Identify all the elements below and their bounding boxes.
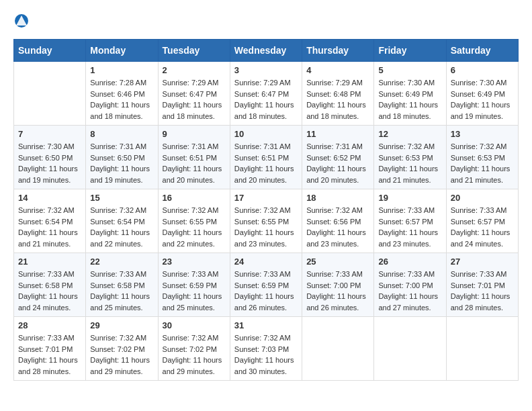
day-number: 10 (234, 129, 298, 139)
day-info: Sunrise: 7:32 AM Sunset: 7:02 PM Dayligh… (90, 332, 153, 377)
day-number: 29 (90, 320, 153, 330)
column-header-friday: Friday (374, 40, 446, 62)
day-number: 14 (18, 193, 81, 203)
day-info: Sunrise: 7:32 AM Sunset: 6:55 PM Dayligh… (234, 205, 298, 249)
day-info: Sunrise: 7:33 AM Sunset: 7:01 PM Dayligh… (18, 332, 81, 377)
calendar-table: SundayMondayTuesdayWednesdayThursdayFrid… (13, 39, 519, 381)
day-info: Sunrise: 7:31 AM Sunset: 6:51 PM Dayligh… (234, 141, 298, 185)
column-header-monday: Monday (86, 40, 158, 62)
column-header-tuesday: Tuesday (158, 40, 230, 62)
day-number: 6 (451, 65, 514, 75)
day-info: Sunrise: 7:32 AM Sunset: 6:53 PM Dayligh… (378, 141, 441, 185)
day-number: 28 (18, 320, 81, 330)
calendar-week-row: 28Sunrise: 7:33 AM Sunset: 7:01 PM Dayli… (14, 317, 519, 381)
calendar-week-row: 7Sunrise: 7:30 AM Sunset: 6:50 PM Daylig… (14, 126, 519, 189)
calendar-week-row: 1Sunrise: 7:28 AM Sunset: 6:46 PM Daylig… (14, 62, 519, 126)
calendar-cell: 6Sunrise: 7:30 AM Sunset: 6:49 PM Daylig… (446, 62, 518, 126)
calendar-cell: 15Sunrise: 7:32 AM Sunset: 6:54 PM Dayli… (86, 189, 158, 253)
calendar-cell (446, 317, 518, 381)
day-number: 24 (234, 257, 298, 267)
calendar-cell: 23Sunrise: 7:33 AM Sunset: 6:59 PM Dayli… (158, 253, 230, 317)
day-number: 15 (90, 193, 153, 203)
day-info: Sunrise: 7:33 AM Sunset: 6:58 PM Dayligh… (90, 269, 153, 313)
day-info: Sunrise: 7:31 AM Sunset: 6:52 PM Dayligh… (306, 141, 369, 185)
column-header-saturday: Saturday (446, 40, 518, 62)
day-info: Sunrise: 7:32 AM Sunset: 6:54 PM Dayligh… (18, 205, 81, 249)
calendar-cell: 28Sunrise: 7:33 AM Sunset: 7:01 PM Dayli… (14, 317, 86, 381)
day-info: Sunrise: 7:33 AM Sunset: 6:59 PM Dayligh… (163, 269, 226, 313)
calendar-cell: 4Sunrise: 7:29 AM Sunset: 6:48 PM Daylig… (302, 62, 374, 126)
day-info: Sunrise: 7:33 AM Sunset: 6:59 PM Dayligh… (234, 269, 298, 313)
day-number: 17 (234, 193, 298, 203)
day-info: Sunrise: 7:30 AM Sunset: 6:49 PM Dayligh… (378, 77, 441, 122)
calendar-cell: 16Sunrise: 7:32 AM Sunset: 6:55 PM Dayli… (158, 189, 230, 253)
calendar-cell: 14Sunrise: 7:32 AM Sunset: 6:54 PM Dayli… (14, 189, 86, 253)
day-number: 5 (378, 65, 441, 75)
day-info: Sunrise: 7:33 AM Sunset: 6:57 PM Dayligh… (378, 205, 441, 249)
day-info: Sunrise: 7:32 AM Sunset: 6:55 PM Dayligh… (163, 205, 226, 249)
calendar-cell: 12Sunrise: 7:32 AM Sunset: 6:53 PM Dayli… (374, 126, 446, 189)
day-info: Sunrise: 7:30 AM Sunset: 6:49 PM Dayligh… (451, 77, 514, 122)
day-info: Sunrise: 7:29 AM Sunset: 6:47 PM Dayligh… (163, 77, 226, 122)
calendar-cell: 22Sunrise: 7:33 AM Sunset: 6:58 PM Dayli… (86, 253, 158, 317)
calendar-cell: 5Sunrise: 7:30 AM Sunset: 6:49 PM Daylig… (374, 62, 446, 126)
day-number: 2 (163, 65, 226, 75)
day-number: 3 (234, 65, 298, 75)
calendar-cell: 8Sunrise: 7:31 AM Sunset: 6:50 PM Daylig… (86, 126, 158, 189)
page-header (13, 13, 519, 28)
column-header-thursday: Thursday (302, 40, 374, 62)
day-number: 16 (163, 193, 226, 203)
column-header-sunday: Sunday (14, 40, 86, 62)
calendar-cell: 9Sunrise: 7:31 AM Sunset: 6:51 PM Daylig… (158, 126, 230, 189)
calendar-cell: 24Sunrise: 7:33 AM Sunset: 6:59 PM Dayli… (230, 253, 302, 317)
calendar-cell: 26Sunrise: 7:33 AM Sunset: 7:00 PM Dayli… (374, 253, 446, 317)
day-info: Sunrise: 7:32 AM Sunset: 6:56 PM Dayligh… (306, 205, 369, 249)
day-number: 13 (451, 129, 514, 139)
day-info: Sunrise: 7:28 AM Sunset: 6:46 PM Dayligh… (90, 77, 153, 122)
day-number: 25 (306, 257, 369, 267)
day-number: 18 (306, 193, 369, 203)
calendar-cell (374, 317, 446, 381)
day-number: 20 (451, 193, 514, 203)
day-number: 26 (378, 257, 441, 267)
day-number: 31 (234, 320, 298, 330)
day-info: Sunrise: 7:32 AM Sunset: 7:02 PM Dayligh… (163, 332, 226, 377)
day-number: 22 (90, 257, 153, 267)
calendar-cell: 10Sunrise: 7:31 AM Sunset: 6:51 PM Dayli… (230, 126, 302, 189)
day-info: Sunrise: 7:30 AM Sunset: 6:50 PM Dayligh… (18, 141, 81, 185)
calendar-cell: 19Sunrise: 7:33 AM Sunset: 6:57 PM Dayli… (374, 189, 446, 253)
day-info: Sunrise: 7:31 AM Sunset: 6:51 PM Dayligh… (163, 141, 226, 185)
calendar-week-row: 21Sunrise: 7:33 AM Sunset: 6:58 PM Dayli… (14, 253, 519, 317)
logo-icon (14, 13, 29, 28)
day-info: Sunrise: 7:32 AM Sunset: 6:53 PM Dayligh… (451, 141, 514, 185)
calendar-cell: 18Sunrise: 7:32 AM Sunset: 6:56 PM Dayli… (302, 189, 374, 253)
column-header-wednesday: Wednesday (230, 40, 302, 62)
calendar-cell: 27Sunrise: 7:33 AM Sunset: 7:01 PM Dayli… (446, 253, 518, 317)
calendar-cell: 13Sunrise: 7:32 AM Sunset: 6:53 PM Dayli… (446, 126, 518, 189)
day-number: 21 (18, 257, 81, 267)
day-info: Sunrise: 7:33 AM Sunset: 6:57 PM Dayligh… (451, 205, 514, 249)
day-number: 19 (378, 193, 441, 203)
day-info: Sunrise: 7:29 AM Sunset: 6:47 PM Dayligh… (234, 77, 298, 122)
calendar-cell: 21Sunrise: 7:33 AM Sunset: 6:58 PM Dayli… (14, 253, 86, 317)
calendar-cell: 1Sunrise: 7:28 AM Sunset: 6:46 PM Daylig… (86, 62, 158, 126)
calendar-cell: 7Sunrise: 7:30 AM Sunset: 6:50 PM Daylig… (14, 126, 86, 189)
calendar-cell: 31Sunrise: 7:32 AM Sunset: 7:03 PM Dayli… (230, 317, 302, 381)
day-number: 4 (306, 65, 369, 75)
calendar-cell: 20Sunrise: 7:33 AM Sunset: 6:57 PM Dayli… (446, 189, 518, 253)
logo (13, 13, 30, 28)
day-number: 1 (90, 65, 153, 75)
day-info: Sunrise: 7:32 AM Sunset: 6:54 PM Dayligh… (90, 205, 153, 249)
day-info: Sunrise: 7:33 AM Sunset: 7:01 PM Dayligh… (451, 269, 514, 313)
day-info: Sunrise: 7:33 AM Sunset: 7:00 PM Dayligh… (378, 269, 441, 313)
day-number: 30 (163, 320, 226, 330)
day-info: Sunrise: 7:33 AM Sunset: 7:00 PM Dayligh… (306, 269, 369, 313)
calendar-cell: 2Sunrise: 7:29 AM Sunset: 6:47 PM Daylig… (158, 62, 230, 126)
day-info: Sunrise: 7:33 AM Sunset: 6:58 PM Dayligh… (18, 269, 81, 313)
day-number: 7 (18, 129, 81, 139)
calendar-header-row: SundayMondayTuesdayWednesdayThursdayFrid… (14, 40, 519, 62)
calendar-cell: 11Sunrise: 7:31 AM Sunset: 6:52 PM Dayli… (302, 126, 374, 189)
calendar-cell (302, 317, 374, 381)
day-number: 9 (163, 129, 226, 139)
calendar-cell: 29Sunrise: 7:32 AM Sunset: 7:02 PM Dayli… (86, 317, 158, 381)
